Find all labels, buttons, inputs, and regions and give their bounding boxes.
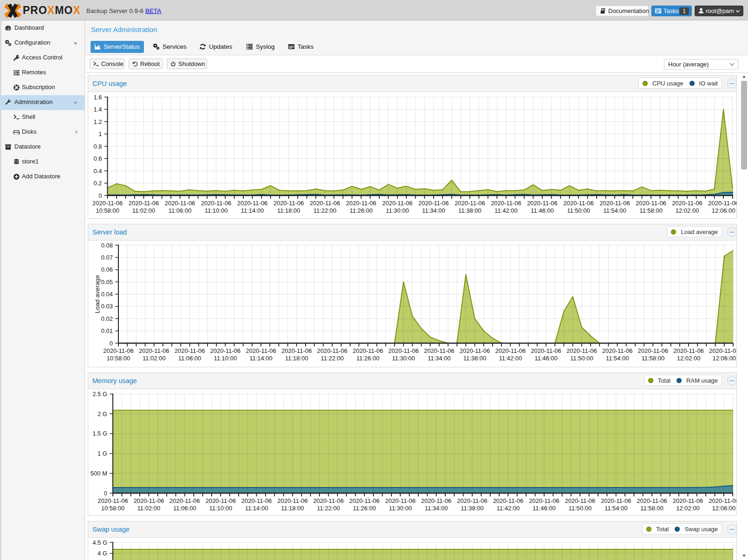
svg-text:11:14:00: 11:14:00: [249, 355, 273, 362]
svg-text:2020-11-06: 2020-11-06: [281, 347, 312, 354]
svg-text:11:54:00: 11:54:00: [606, 355, 629, 362]
svg-text:0: 0: [104, 490, 107, 497]
svg-text:2020-11-06: 2020-11-06: [205, 497, 236, 504]
svg-text:2020-11-06: 2020-11-06: [313, 497, 344, 504]
svg-text:2020-11-06: 2020-11-06: [599, 200, 630, 207]
svg-text:2020-11-06: 2020-11-06: [457, 497, 488, 504]
svg-text:11:06:00: 11:06:00: [169, 207, 192, 214]
svg-text:2020-11-06: 2020-11-06: [602, 347, 633, 354]
svg-text:11:50:00: 11:50:00: [570, 355, 593, 362]
svg-text:500 M: 500 M: [91, 470, 107, 477]
svg-text:11:14:00: 11:14:00: [241, 207, 264, 214]
svg-text:11:38:00: 11:38:00: [458, 207, 481, 214]
svg-text:2020-11-06: 2020-11-06: [388, 347, 419, 354]
svg-text:0: 0: [110, 340, 113, 347]
svg-text:0.01: 0.01: [101, 327, 113, 334]
svg-text:2020-11-06: 2020-11-06: [165, 200, 195, 207]
svg-text:2020-11-06: 2020-11-06: [672, 200, 702, 207]
svg-text:12:02:00: 12:02:00: [676, 505, 700, 512]
svg-text:11:22:00: 11:22:00: [321, 355, 344, 362]
svg-text:4 G: 4 G: [98, 550, 107, 557]
svg-text:2020-11-06: 2020-11-06: [527, 200, 558, 207]
svg-text:11:06:00: 11:06:00: [178, 355, 202, 362]
svg-text:11:10:00: 11:10:00: [209, 505, 232, 512]
svg-text:1.2: 1.2: [93, 118, 102, 125]
svg-text:1.6: 1.6: [93, 94, 102, 101]
svg-text:2020-11-06: 2020-11-06: [673, 347, 704, 354]
svg-text:2020-11-06: 2020-11-06: [495, 347, 526, 354]
svg-text:11:18:00: 11:18:00: [277, 207, 300, 214]
svg-text:2020-11-06: 2020-11-06: [709, 347, 736, 354]
svg-text:11:54:00: 11:54:00: [603, 207, 626, 214]
svg-text:2020-11-06: 2020-11-06: [601, 497, 631, 504]
svg-text:11:18:00: 11:18:00: [285, 355, 308, 362]
svg-text:10:58:00: 10:58:00: [101, 505, 125, 512]
svg-text:2020-11-06: 2020-11-06: [529, 497, 559, 504]
svg-text:2020-11-06: 2020-11-06: [134, 497, 164, 504]
svg-text:2020-11-06: 2020-11-06: [565, 497, 596, 504]
svg-text:2020-11-06: 2020-11-06: [491, 200, 521, 207]
svg-text:2020-11-06: 2020-11-06: [317, 347, 348, 354]
svg-text:11:38:00: 11:38:00: [463, 355, 487, 362]
svg-text:2020-11-06: 2020-11-06: [673, 497, 703, 504]
svg-text:2 G: 2 G: [98, 410, 107, 417]
svg-text:2020-11-06: 2020-11-06: [708, 200, 736, 207]
svg-text:2020-11-06: 2020-11-06: [92, 200, 123, 207]
svg-text:11:30:00: 11:30:00: [386, 207, 409, 214]
svg-text:11:02:00: 11:02:00: [143, 355, 166, 362]
svg-text:2020-11-06: 2020-11-06: [566, 347, 597, 354]
svg-text:11:42:00: 11:42:00: [494, 207, 518, 214]
svg-text:0.06: 0.06: [101, 266, 113, 273]
svg-text:2.5 G: 2.5 G: [92, 391, 107, 397]
svg-text:2020-11-06: 2020-11-06: [273, 200, 304, 207]
svg-text:11:58:00: 11:58:00: [639, 207, 663, 214]
svg-text:0.4: 0.4: [93, 168, 102, 175]
svg-text:2020-11-06: 2020-11-06: [103, 347, 134, 354]
svg-text:12:06:00: 12:06:00: [712, 207, 735, 214]
svg-text:0.07: 0.07: [101, 254, 113, 261]
svg-text:2020-11-06: 2020-11-06: [237, 200, 268, 207]
svg-text:11:46:00: 11:46:00: [533, 505, 556, 512]
svg-text:11:34:00: 11:34:00: [422, 207, 445, 214]
svg-text:4.5 G: 4.5 G: [92, 539, 107, 546]
svg-text:2020-11-06: 2020-11-06: [201, 200, 232, 207]
svg-text:11:30:00: 11:30:00: [392, 355, 415, 362]
svg-text:2020-11-06: 2020-11-06: [241, 497, 272, 504]
svg-text:2020-11-06: 2020-11-06: [382, 200, 413, 207]
svg-text:11:38:00: 11:38:00: [461, 505, 484, 512]
svg-text:0.8: 0.8: [93, 143, 102, 150]
svg-text:12:06:00: 12:06:00: [712, 505, 736, 512]
svg-text:2020-11-06: 2020-11-06: [638, 347, 669, 354]
svg-text:11:22:00: 11:22:00: [317, 505, 340, 512]
svg-text:2020-11-06: 2020-11-06: [636, 200, 666, 207]
svg-text:11:34:00: 11:34:00: [428, 355, 451, 362]
svg-text:11:42:00: 11:42:00: [497, 505, 520, 512]
svg-text:12:02:00: 12:02:00: [676, 207, 699, 214]
svg-text:0.02: 0.02: [101, 315, 113, 322]
svg-text:2020-11-06: 2020-11-06: [210, 347, 241, 354]
svg-text:2020-11-06: 2020-11-06: [349, 497, 380, 504]
svg-text:2020-11-06: 2020-11-06: [637, 497, 667, 504]
svg-text:2020-11-06: 2020-11-06: [346, 200, 377, 207]
svg-text:11:26:00: 11:26:00: [356, 355, 379, 362]
svg-text:11:02:00: 11:02:00: [132, 207, 156, 214]
svg-text:12:02:00: 12:02:00: [677, 355, 701, 362]
svg-text:11:34:00: 11:34:00: [425, 505, 448, 512]
svg-text:11:10:00: 11:10:00: [205, 207, 228, 214]
svg-text:0.2: 0.2: [93, 180, 102, 187]
svg-text:2020-11-06: 2020-11-06: [493, 497, 524, 504]
svg-text:11:18:00: 11:18:00: [281, 505, 304, 512]
svg-text:1.5 G: 1.5 G: [92, 430, 107, 437]
svg-text:1: 1: [98, 130, 102, 137]
svg-text:11:02:00: 11:02:00: [137, 505, 161, 512]
svg-text:0.05: 0.05: [101, 279, 113, 286]
svg-text:2020-11-06: 2020-11-06: [139, 347, 169, 354]
svg-text:10:58:00: 10:58:00: [96, 207, 119, 214]
svg-text:1 G: 1 G: [98, 450, 107, 457]
svg-text:2020-11-06: 2020-11-06: [98, 497, 128, 504]
svg-text:0.6: 0.6: [93, 155, 102, 162]
svg-text:2020-11-06: 2020-11-06: [246, 347, 276, 354]
svg-text:Load average: Load average: [94, 275, 101, 313]
svg-text:10:58:00: 10:58:00: [107, 355, 130, 362]
svg-text:11:46:00: 11:46:00: [534, 355, 558, 362]
